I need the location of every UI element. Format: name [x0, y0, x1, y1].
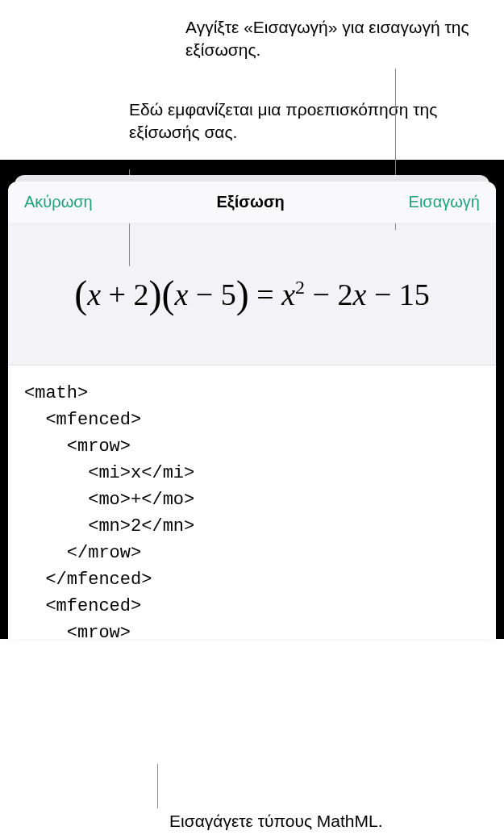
- callout-mathml-hint: Εισαγάγετε τύπους MathML.: [169, 812, 383, 831]
- equation-preview: (x + 2)(x − 5) = x2 − 2x − 15: [8, 223, 496, 365]
- device-frame: Ακύρωση Εξίσωση Εισαγωγή (x + 2)(x − 5) …: [0, 160, 504, 639]
- cancel-button[interactable]: Ακύρωση: [24, 193, 93, 211]
- callout-line: [157, 764, 158, 808]
- modal-header: Ακύρωση Εξίσωση Εισαγωγή: [8, 182, 496, 223]
- modal-title: Εξίσωση: [217, 193, 285, 211]
- mathml-input[interactable]: <math> <mfenced> <mrow> <mi>x</mi> <mo>+…: [8, 365, 496, 639]
- callout-insert-hint: Αγγίξτε «Εισαγωγή» για εισαγωγή της εξίσ…: [161, 0, 504, 70]
- insert-button[interactable]: Εισαγωγή: [409, 193, 480, 211]
- callout-preview-hint: Εδώ εμφανίζεται μια προεπισκόπηση της εξ…: [105, 82, 504, 152]
- equation-editor-sheet: Ακύρωση Εξίσωση Εισαγωγή (x + 2)(x − 5) …: [8, 182, 496, 639]
